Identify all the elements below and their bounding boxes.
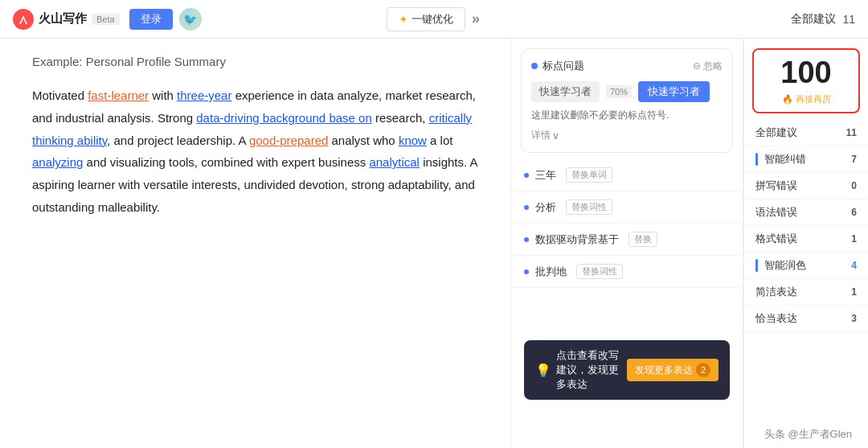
card-title-row: 标点问题 <box>531 59 584 73</box>
suggestion-panel: 标点问题 ⊖ 忽略 快速学习者 70% 快速学习者 这里建议删除不必要的标点符号… <box>510 39 743 448</box>
item-tag-0[interactable]: 替换单词 <box>566 167 612 183</box>
right-menu-item-all[interactable]: 全部建议 11 <box>744 120 868 146</box>
right-menu-item-concise[interactable]: 简洁表达 1 <box>744 279 868 306</box>
logo-icon <box>13 9 34 30</box>
word-suggestion[interactable]: 快速学习者 <box>638 81 710 102</box>
right-menu-item-proper[interactable]: 恰当表达 3 <box>744 306 868 332</box>
circle-icon: ⊖ <box>693 60 701 72</box>
avatar[interactable]: 🐦 <box>179 8 202 31</box>
list-item: 分析 替换词性 <box>511 191 743 224</box>
list-item: 三年 替换单词 <box>511 159 743 191</box>
topbar-center: ✦ 一键优化 » <box>387 7 481 31</box>
list-item: 数据驱动背景基于 替换 <box>511 224 743 256</box>
menu-count-2: 0 <box>851 180 857 191</box>
menu-label-5: 智能润色 <box>764 258 806 273</box>
active-indicator <box>755 153 758 166</box>
card-dot <box>531 63 538 69</box>
item-label-2: 数据驱动背景基于 <box>535 232 619 247</box>
login-button[interactable]: 登录 <box>129 9 173 30</box>
right-menu-item-polish[interactable]: 智能润色 4 <box>744 253 868 279</box>
tooltip-banner: 💡 点击查看改写建议，发现更多表达 发现更多表达 2 <box>524 340 730 400</box>
watermark: 头条 @生产者Glen <box>764 427 852 442</box>
card-title: 标点问题 <box>542 59 584 73</box>
chevron-down-icon: ∨ <box>552 130 559 142</box>
item-label-0: 三年 <box>535 168 556 183</box>
bulb-icon: 💡 <box>535 363 551 378</box>
topbar: 火山写作 Beta 登录 🐦 ✦ 一键优化 » 全部建议 11 <box>0 0 868 39</box>
highlight-know: know <box>399 134 427 147</box>
tooltip-left: 💡 点击查看改写建议，发现更多表达 <box>535 348 627 392</box>
word-original: 快速学习者 <box>531 81 600 102</box>
score-action[interactable]: 🔥 再接再厉 <box>762 93 850 105</box>
score-number: 100 <box>762 56 850 90</box>
menu-label-3: 语法错误 <box>755 205 797 220</box>
menu-count-6: 1 <box>851 286 857 298</box>
score-box: 100 🔥 再接再厉 <box>752 48 860 113</box>
item-label-3: 批判地 <box>535 265 567 279</box>
ignore-button[interactable]: ⊖ 忽略 <box>693 60 723 73</box>
topbar-right: 全部建议 11 <box>791 12 855 27</box>
item-tag-3[interactable]: 替换词性 <box>576 264 623 279</box>
right-menu-item-grammar[interactable]: 语法错误 6 <box>744 199 868 226</box>
suggestions-count: 11 <box>842 13 855 26</box>
item-tag-2[interactable]: 替换 <box>628 232 657 247</box>
tooltip-text: 点击查看改写建议，发现更多表达 <box>556 348 627 392</box>
menu-label-1: 智能纠错 <box>764 152 806 166</box>
highlight-fast-learner: fast-learner <box>88 88 149 102</box>
suggestions-label: 全部建议 <box>791 12 836 27</box>
menu-count-5: 4 <box>851 260 857 271</box>
card-header: 标点问题 ⊖ 忽略 <box>531 59 723 73</box>
menu-label-2: 拼写错误 <box>755 179 797 193</box>
menu-count-4: 1 <box>851 233 857 245</box>
menu-label-6: 简洁表达 <box>755 285 797 299</box>
highlight-analyzing: analyzing <box>32 155 83 169</box>
more-button[interactable]: » <box>472 10 481 27</box>
discover-count: 2 <box>696 363 710 377</box>
menu-label-4: 格式错误 <box>755 232 797 246</box>
fire-icon: 🔥 <box>782 94 793 105</box>
small-dot <box>524 269 529 274</box>
beta-badge: Beta <box>92 14 120 25</box>
right-panel: 100 🔥 再接再厉 全部建议 11 智能纠错 7 拼写错误 0 <box>743 39 868 448</box>
logo-area: 火山写作 Beta <box>13 9 120 30</box>
doc-title: Example: Personal Profile Summary <box>32 55 486 68</box>
item-label-1: 分析 <box>535 200 556 215</box>
right-menu-item-format[interactable]: 格式错误 1 <box>744 226 868 253</box>
suggestion-card: 标点问题 ⊖ 忽略 快速学习者 70% 快速学习者 这里建议删除不必要的标点符号… <box>521 48 733 153</box>
word-badge: 70% <box>606 85 632 98</box>
small-dot <box>524 173 529 178</box>
highlight-good-prepared: good-prepared <box>249 134 328 147</box>
editor-area[interactable]: Example: Personal Profile Summary Motiva… <box>0 39 510 448</box>
highlight-three-year: three-year <box>177 88 231 102</box>
suggestion-desc: 这里建议删除不必要的标点符号. <box>531 109 723 122</box>
list-item: 批判地 替换词性 <box>511 256 743 288</box>
logo-text: 火山写作 <box>39 11 87 27</box>
star-icon: ✦ <box>399 13 408 26</box>
score-action-label: 再接再厉 <box>796 93 831 105</box>
discover-button[interactable]: 发现更多表达 2 <box>627 359 719 381</box>
menu-count-3: 6 <box>851 207 857 218</box>
suggestion-words-row: 快速学习者 70% 快速学习者 <box>531 81 723 102</box>
menu-label-7: 恰当表达 <box>755 311 797 326</box>
menu-count-1: 7 <box>851 154 857 165</box>
small-dot <box>524 237 529 242</box>
item-tag-1[interactable]: 替换词性 <box>566 199 612 215</box>
small-dot <box>524 205 529 210</box>
menu-count-0: 11 <box>846 127 857 138</box>
highlight-data-driving: data-driving background base on <box>196 111 371 125</box>
detail-link[interactable]: 详情 ∨ <box>531 129 723 142</box>
menu-label-0: 全部建议 <box>755 125 797 140</box>
right-menu-item-smart[interactable]: 智能纠错 7 <box>744 146 868 173</box>
right-menu-item-spell[interactable]: 拼写错误 0 <box>744 173 868 199</box>
active-indicator-2 <box>755 259 758 272</box>
optimize-button[interactable]: ✦ 一键优化 <box>387 7 465 31</box>
menu-count-7: 3 <box>851 313 857 324</box>
highlight-analytical: analytical <box>369 155 420 169</box>
main-layout: Example: Personal Profile Summary Motiva… <box>0 39 868 448</box>
doc-content: Motivated fast-learner with three-year e… <box>32 84 486 219</box>
